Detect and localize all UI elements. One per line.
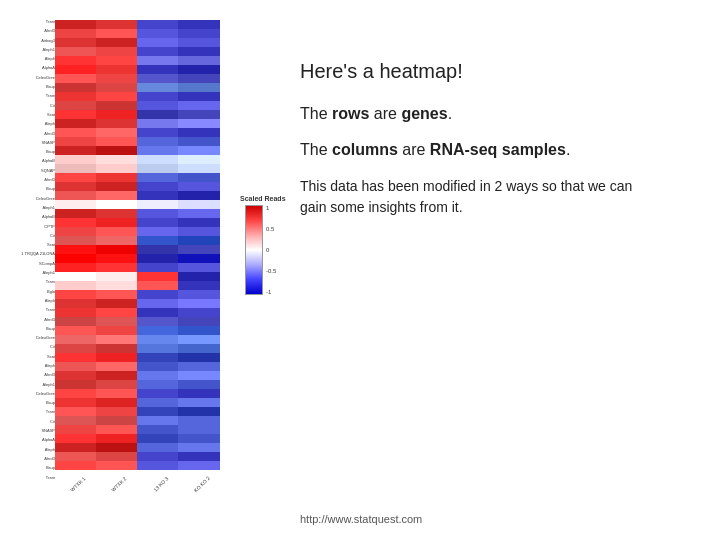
svg-rect-168 — [55, 398, 96, 407]
svg-rect-152 — [55, 362, 96, 371]
gene-label: Airbag3 — [20, 39, 55, 43]
svg-rect-150 — [137, 353, 178, 362]
svg-rect-174 — [137, 407, 178, 416]
svg-rect-18 — [137, 56, 178, 65]
svg-rect-93 — [96, 227, 137, 236]
svg-rect-121 — [96, 290, 137, 299]
gene-label: Aleph — [20, 57, 55, 61]
legend-value-2: 0.5 — [266, 226, 276, 232]
svg-rect-120 — [55, 290, 96, 299]
svg-rect-7 — [178, 29, 220, 38]
svg-rect-182 — [137, 425, 178, 434]
heatmap-col-labels: WTXK 1 WTXK 2 13 KO 3 KO KO 2 — [55, 482, 220, 488]
svg-rect-134 — [137, 317, 178, 326]
gene-label: AlphaB — [20, 159, 55, 163]
svg-rect-70 — [137, 173, 178, 182]
svg-rect-80 — [55, 200, 96, 209]
gene-label: AlphaA — [20, 438, 55, 442]
svg-rect-52 — [55, 137, 96, 146]
gene-label: Bsup — [20, 85, 55, 89]
svg-rect-112 — [55, 272, 96, 281]
svg-rect-162 — [137, 380, 178, 389]
svg-rect-41 — [96, 110, 137, 119]
gene-label: Scat — [20, 243, 55, 247]
svg-rect-51 — [178, 128, 220, 137]
gene-label: Aleph — [20, 364, 55, 368]
svg-rect-132 — [55, 317, 96, 326]
svg-rect-19 — [178, 56, 220, 65]
svg-rect-2 — [137, 20, 178, 29]
gene-label: Cit — [20, 345, 55, 349]
svg-rect-190 — [137, 443, 178, 452]
svg-rect-16 — [55, 56, 96, 65]
svg-rect-129 — [96, 308, 137, 317]
gene-label: Tram — [20, 94, 55, 98]
svg-rect-40 — [55, 110, 96, 119]
svg-rect-180 — [55, 425, 96, 434]
svg-rect-27 — [178, 74, 220, 83]
svg-rect-130 — [137, 308, 178, 317]
svg-rect-108 — [55, 263, 96, 272]
svg-rect-61 — [96, 155, 137, 164]
svg-rect-89 — [96, 218, 137, 227]
svg-rect-169 — [96, 398, 137, 407]
svg-rect-113 — [96, 272, 137, 281]
svg-rect-137 — [96, 326, 137, 335]
svg-rect-43 — [178, 110, 220, 119]
svg-rect-186 — [137, 434, 178, 443]
svg-rect-75 — [178, 182, 220, 191]
svg-rect-6 — [137, 29, 178, 38]
svg-rect-65 — [96, 164, 137, 173]
gene-label: Scat — [20, 355, 55, 359]
svg-rect-37 — [96, 101, 137, 110]
svg-rect-164 — [55, 389, 96, 398]
row-labels: Tram Ahrd3 Airbag3 Aleph1 Aleph AlphaA C… — [20, 20, 55, 480]
svg-rect-32 — [55, 92, 96, 101]
svg-rect-72 — [55, 182, 96, 191]
svg-rect-133 — [96, 317, 137, 326]
svg-rect-114 — [137, 272, 178, 281]
svg-rect-157 — [96, 371, 137, 380]
svg-rect-46 — [137, 119, 178, 128]
svg-rect-87 — [178, 209, 220, 218]
body-description: This data has been modified in 2 ways so… — [300, 176, 660, 218]
svg-rect-83 — [178, 200, 220, 209]
svg-rect-177 — [96, 416, 137, 425]
svg-rect-10 — [137, 38, 178, 47]
svg-rect-1 — [96, 20, 137, 29]
svg-rect-147 — [178, 344, 220, 353]
svg-rect-115 — [178, 272, 220, 281]
svg-rect-185 — [96, 434, 137, 443]
svg-rect-153 — [96, 362, 137, 371]
gene-label: Cit — [20, 234, 55, 238]
svg-rect-47 — [178, 119, 220, 128]
svg-rect-44 — [55, 119, 96, 128]
svg-rect-12 — [55, 47, 96, 56]
svg-rect-110 — [137, 263, 178, 272]
gene-label: Scat — [20, 113, 55, 117]
gene-label: CPTP — [20, 225, 55, 229]
svg-rect-58 — [137, 146, 178, 155]
svg-rect-95 — [178, 227, 220, 236]
gene-label: Bsup — [20, 466, 55, 470]
gene-label: Ahrd3 — [20, 318, 55, 322]
gene-label: Aleph — [20, 448, 55, 452]
svg-rect-53 — [96, 137, 137, 146]
gene-label: CeleoGree — [20, 197, 55, 201]
svg-rect-161 — [96, 380, 137, 389]
svg-rect-101 — [96, 245, 137, 254]
svg-rect-33 — [96, 92, 137, 101]
svg-rect-42 — [137, 110, 178, 119]
svg-rect-56 — [55, 146, 96, 155]
legend-value-5: -1 — [266, 289, 276, 295]
gene-label: Aleph1 — [20, 206, 55, 210]
gene-label: CeleoGree — [20, 336, 55, 340]
svg-rect-125 — [96, 299, 137, 308]
svg-rect-105 — [96, 254, 137, 263]
heatmap-section: WTXK 1 WTXK 2 13 KO 3 KO KO 2 — [55, 20, 240, 510]
svg-rect-63 — [178, 155, 220, 164]
gene-label: CeleoGree — [20, 76, 55, 80]
svg-rect-184 — [55, 434, 96, 443]
svg-rect-23 — [178, 65, 220, 74]
gene-label: Bsup — [20, 327, 55, 331]
